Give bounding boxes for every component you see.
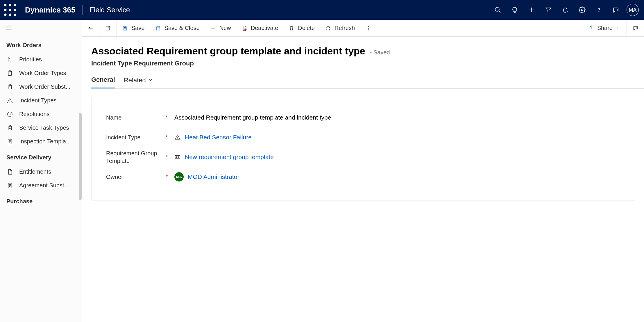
owner-avatar: MA (174, 172, 184, 182)
svg-line-49 (245, 29, 246, 30)
gear-icon (579, 6, 586, 13)
hamburger-icon (5, 24, 12, 32)
svg-point-27 (8, 112, 12, 117)
search-icon (494, 6, 501, 13)
deactivate-button[interactable]: Deactivate (236, 20, 284, 37)
more-vertical-icon (365, 25, 371, 31)
search-button[interactable] (489, 3, 506, 17)
sidebar-item-incidenttypes[interactable]: Incident Types (6, 94, 80, 107)
field-value: Associated Requirement group template an… (174, 114, 331, 121)
global-nav: Dynamics 365 Field Service MA (0, 0, 644, 20)
filter-button[interactable] (540, 3, 557, 17)
sidebar-heading-purchase: Purchase (6, 198, 80, 205)
svg-point-57 (177, 139, 178, 139)
assistant-button[interactable] (607, 3, 624, 17)
svg-point-2 (14, 4, 16, 6)
svg-point-6 (4, 14, 6, 16)
user-avatar[interactable]: MA (627, 4, 639, 16)
tab-related[interactable]: Related (124, 76, 153, 88)
sidebar-item-priorities[interactable]: Priorities (6, 53, 80, 66)
lookup-link[interactable]: Heat Bed Sensor Failure (185, 134, 252, 141)
sidebar-item-inspectiontemplates[interactable]: Inspection Templa... (6, 135, 80, 148)
field-label: Requirement Group Template (106, 150, 166, 165)
more-commands-button[interactable] (360, 20, 376, 37)
warning-icon (7, 97, 13, 104)
field-name[interactable]: Name * Associated Requirement group temp… (106, 109, 620, 126)
svg-point-14 (599, 11, 599, 12)
field-label: Name (106, 114, 166, 121)
svg-rect-42 (124, 26, 126, 27)
sidebar-item-workordertypes[interactable]: Work Order Types (6, 66, 80, 80)
chat-icon (633, 25, 638, 31)
svg-point-4 (9, 9, 11, 11)
plus-icon (210, 25, 216, 31)
hamburger-button[interactable] (0, 20, 17, 36)
field-incident-type[interactable]: Incident Type * Heat Bed Sensor Failure (106, 129, 620, 145)
brand-label[interactable]: Dynamics 365 (25, 6, 75, 15)
clipboard-icon (7, 70, 13, 77)
lookup-link[interactable]: New requirement group template (185, 154, 274, 161)
help-button[interactable] (591, 3, 607, 17)
save-close-label: Save & Close (164, 25, 200, 31)
sidebar-item-label: Work Order Subst... (19, 83, 70, 90)
required-indicator: * (166, 174, 174, 180)
waffle-icon (3, 3, 17, 17)
chevron-down-icon (616, 25, 621, 30)
sidebar-item-label: Resolutions (19, 111, 50, 118)
back-button[interactable] (82, 20, 99, 37)
svg-point-7 (9, 14, 11, 16)
svg-point-20 (11, 61, 11, 61)
delete-button[interactable]: Delete (283, 20, 320, 37)
question-icon (595, 6, 602, 13)
svg-point-59 (176, 156, 177, 158)
svg-point-9 (495, 7, 499, 11)
trash-icon (289, 25, 294, 31)
app-name[interactable]: Field Service (90, 6, 130, 14)
plus-icon (528, 6, 535, 13)
sidebar-item-agreementsubst[interactable]: Agreement Subst... (6, 179, 80, 192)
new-label: New (219, 25, 231, 31)
sidebar-item-resolutions[interactable]: Resolutions (6, 107, 80, 121)
required-indicator: * (166, 134, 174, 140)
svg-line-41 (108, 26, 110, 28)
divider (82, 5, 83, 15)
new-button[interactable]: New (205, 20, 236, 37)
deactivate-label: Deactivate (251, 25, 278, 31)
sidebar-item-workordersubst[interactable]: Work Order Subst... (6, 80, 80, 94)
add-button[interactable] (523, 3, 540, 17)
svg-line-55 (591, 26, 593, 27)
assistant-pane-button[interactable] (627, 20, 644, 37)
sidebar-item-entitlements[interactable]: Entitlements (6, 165, 80, 179)
save-icon (122, 25, 128, 31)
field-owner[interactable]: Owner * MA MOD Administrator (106, 169, 620, 185)
refresh-icon (325, 25, 331, 31)
ideas-button[interactable] (506, 3, 523, 17)
svg-point-26 (10, 102, 10, 102)
save-close-button[interactable]: Save & Close (150, 20, 205, 37)
clipboard-gear-icon (7, 125, 13, 131)
svg-rect-43 (124, 29, 126, 30)
popout-button[interactable] (99, 20, 117, 37)
lookup-link[interactable]: MOD Administrator (188, 173, 239, 180)
refresh-button[interactable]: Refresh (320, 20, 360, 37)
check-circle-icon (7, 111, 13, 118)
command-bar: Save Save & Close New Deactivate Delete … (82, 20, 644, 37)
required-indicator: * (166, 115, 174, 121)
app-launcher-button[interactable] (3, 3, 17, 17)
chat-icon (612, 6, 619, 13)
sidebar-item-servicetasktypes[interactable]: Service Task Types (6, 121, 80, 135)
doc-list-icon (7, 138, 13, 145)
notifications-button[interactable] (557, 3, 574, 17)
popout-icon (105, 25, 111, 31)
scrollbar[interactable] (79, 113, 82, 200)
sidebar-item-label: Agreement Subst... (19, 182, 69, 189)
tab-general[interactable]: General (91, 76, 115, 88)
share-button[interactable]: Share (582, 20, 627, 37)
bell-icon (562, 6, 569, 13)
field-label: Incident Type (106, 134, 166, 141)
clipboard-edit-icon (7, 84, 13, 90)
field-requirement-group-template[interactable]: Requirement Group Template * New require… (106, 149, 620, 165)
settings-button[interactable] (574, 3, 591, 17)
refresh-label: Refresh (334, 25, 355, 31)
save-button[interactable]: Save (117, 20, 150, 37)
